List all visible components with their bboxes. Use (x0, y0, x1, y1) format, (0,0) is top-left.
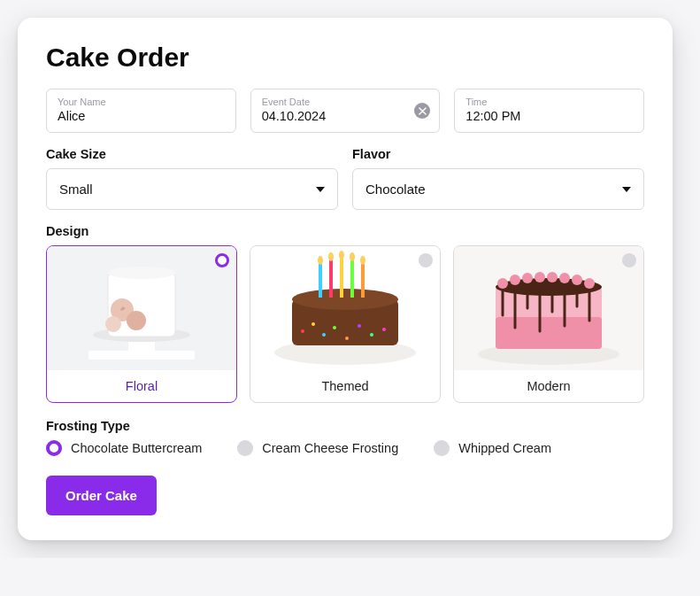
name-input[interactable] (58, 108, 225, 125)
cake-image-floral (47, 246, 236, 370)
cake-image-modern (454, 246, 643, 370)
svg-point-12 (292, 289, 398, 310)
design-option-modern[interactable]: Modern (453, 245, 644, 403)
date-field[interactable]: Event Date (250, 89, 441, 133)
radio-icon (237, 440, 253, 456)
radio-indicator-icon (419, 253, 433, 267)
cake-size-label: Cake Size (46, 147, 338, 161)
frosting-option-label: Whipped Cream (458, 441, 551, 455)
time-field[interactable]: Time (454, 89, 644, 133)
chevron-down-icon (316, 187, 325, 192)
svg-point-28 (339, 251, 344, 259)
size-flavor-row: Cake Size Small Flavor Chocolate (46, 147, 644, 210)
svg-point-37 (510, 275, 520, 285)
svg-point-14 (312, 322, 315, 326)
frosting-option-label: Cream Cheese Frosting (262, 441, 398, 455)
radio-icon (434, 440, 450, 456)
date-input[interactable] (262, 108, 429, 125)
flavor-value: Chocolate (365, 182, 426, 197)
svg-point-17 (345, 337, 349, 340)
svg-point-13 (301, 329, 304, 333)
svg-point-18 (358, 324, 361, 328)
radio-indicator-icon (215, 253, 229, 267)
svg-point-40 (547, 272, 558, 283)
svg-point-36 (497, 278, 508, 289)
svg-point-20 (382, 328, 386, 331)
svg-point-41 (559, 273, 570, 283)
flavor-select[interactable]: Chocolate (352, 168, 644, 210)
svg-point-26 (318, 256, 323, 265)
design-caption: Themed (250, 370, 440, 402)
design-caption: Modern (454, 370, 643, 402)
name-field[interactable]: Your Name (46, 89, 236, 133)
svg-point-42 (572, 275, 582, 285)
design-option-themed[interactable]: Themed (250, 245, 441, 403)
svg-point-38 (522, 273, 533, 283)
cake-size-value: Small (59, 182, 93, 197)
svg-point-16 (333, 326, 336, 329)
svg-rect-34 (496, 317, 602, 349)
radio-indicator-icon (622, 253, 636, 267)
svg-point-8 (105, 316, 121, 332)
order-form-card: Cake Order Your Name Event Date Time Cak… (18, 18, 673, 540)
frosting-option-label: Chocolate Buttercream (71, 441, 202, 455)
page-title: Cake Order (46, 43, 644, 73)
svg-point-19 (370, 333, 373, 337)
order-cake-button[interactable]: Order Cake (46, 476, 157, 515)
svg-point-39 (535, 272, 545, 283)
svg-point-29 (350, 252, 355, 261)
frosting-option-cream-cheese[interactable]: Cream Cheese Frosting (237, 440, 398, 456)
cake-image-themed (250, 246, 440, 370)
time-input[interactable] (465, 108, 633, 125)
close-icon (419, 107, 427, 115)
svg-point-15 (322, 333, 326, 337)
frosting-option-whipped-cream[interactable]: Whipped Cream (434, 440, 551, 456)
frosting-options: Chocolate Buttercream Cream Cheese Frost… (46, 440, 644, 456)
svg-point-30 (360, 256, 365, 265)
frosting-option-chocolate-buttercream[interactable]: Chocolate Buttercream (46, 440, 202, 456)
svg-point-5 (108, 267, 175, 279)
svg-point-7 (127, 311, 146, 330)
svg-point-43 (584, 278, 595, 289)
identity-row: Your Name Event Date Time (46, 89, 644, 133)
time-label: Time (465, 97, 633, 108)
design-option-floral[interactable]: Floral (46, 245, 237, 403)
name-label: Your Name (58, 97, 225, 108)
design-options: Floral Themed (46, 245, 644, 403)
radio-icon (46, 440, 62, 456)
design-label: Design (46, 224, 644, 238)
cake-size-col: Cake Size Small (46, 147, 338, 210)
cake-size-select[interactable]: Small (46, 168, 338, 210)
date-label: Event Date (262, 97, 429, 108)
design-caption: Floral (47, 370, 236, 402)
clear-date-button[interactable] (414, 103, 430, 119)
frosting-label: Frosting Type (46, 419, 644, 433)
flavor-label: Flavor (352, 147, 644, 161)
flavor-col: Flavor Chocolate (352, 147, 644, 210)
chevron-down-icon (622, 187, 631, 192)
svg-point-27 (328, 252, 334, 261)
